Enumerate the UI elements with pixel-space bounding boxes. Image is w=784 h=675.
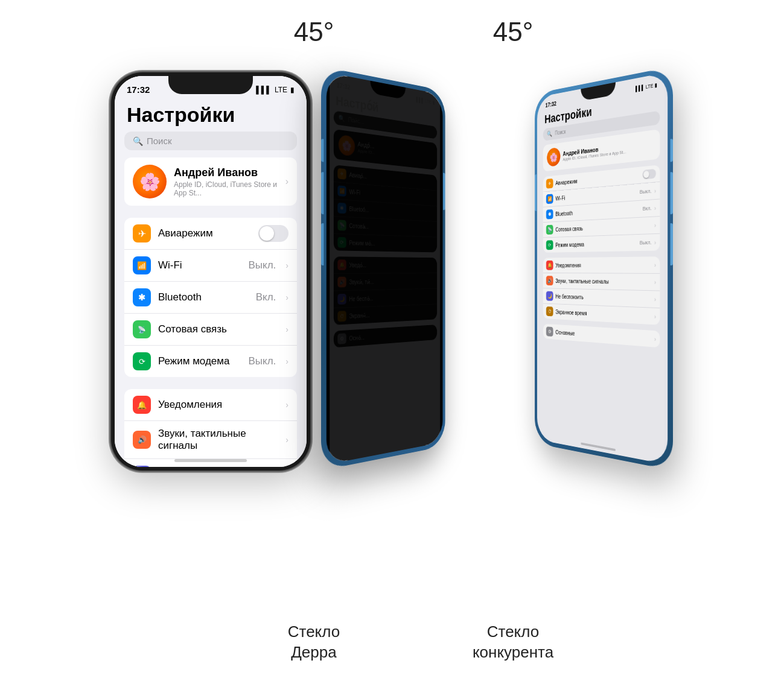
wifi-chevron-1: › xyxy=(285,261,288,270)
bluetooth-value-1: Вкл. xyxy=(256,291,276,303)
phone-right-frame: 17:32 ▌▌▌ LTE ▮ Настройки 🔍 Поиск 🌸 Андр… xyxy=(535,66,673,471)
row-notifications-1[interactable]: 🔔 Уведомления › xyxy=(124,389,297,421)
notifications-icon-1: 🔔 xyxy=(133,396,151,414)
phone-flat: 17:32 ▌▌▌LTE▮ Настройки 🔍 Поиск 🌸 Андрей xyxy=(111,72,310,471)
sounds-chevron-1: › xyxy=(285,435,288,445)
status-time-1: 17:32 xyxy=(127,84,150,95)
bluetooth-chevron-1: › xyxy=(285,293,288,302)
row-sounds-1[interactable]: 🔊 Звуки, тактильные сигналы › xyxy=(124,421,297,459)
cellular-icon-1: 📡 xyxy=(133,320,151,338)
avatar-1: 🌸 xyxy=(133,165,167,198)
settings-title-1: Настройки xyxy=(115,98,307,132)
dnd-icon-1: 🌙 xyxy=(133,466,151,467)
caption-derra: Стекло Дерра xyxy=(223,622,404,663)
profile-info-1: Андрей Иванов Apple ID, iCloud, iTunes S… xyxy=(174,166,278,197)
settings-group-network-1: ✈ Авиарежим 📶 Wi-Fi Выкл. › ✱ Blue xyxy=(124,218,297,377)
bluetooth-icon-1: ✱ xyxy=(133,288,151,306)
row-cellular-1[interactable]: 📡 Сотовая связь › xyxy=(124,314,297,346)
hotspot-chevron-1: › xyxy=(285,357,288,366)
angle-label-right: 45° xyxy=(493,17,534,46)
sounds-label-1: Звуки, тактильные сигналы xyxy=(158,428,276,452)
settings-group-notify-1: 🔔 Уведомления › 🔊 Звуки, тактильные сигн… xyxy=(124,389,297,467)
search-bar-1[interactable]: 🔍 Поиск xyxy=(124,132,297,150)
profile-chevron-1: › xyxy=(285,176,288,187)
hotspot-icon-1: ⟳ xyxy=(133,352,151,370)
caption-competitor: Стекло конкурента xyxy=(422,622,604,663)
hotspot-label-1: Режим модема xyxy=(158,355,241,367)
phone-angled-dark: 17:32 ▌▌▌ LTE ▮ Настро́й 🔍 Пои́с... 🌸 Ан… xyxy=(321,66,481,471)
angle-label-left: 45° xyxy=(294,17,334,46)
row-airplane-1[interactable]: ✈ Авиарежим xyxy=(124,218,297,250)
wifi-icon-1: 📶 xyxy=(133,256,151,274)
notifications-chevron-1: › xyxy=(285,400,288,410)
search-placeholder-1: Поиск xyxy=(147,136,172,146)
profile-cell-1[interactable]: 🌸 Андрей Иванов Apple ID, iCloud, iTunes… xyxy=(124,157,297,206)
cellular-label-1: Сотовая связь xyxy=(158,323,276,335)
sounds-icon-1: 🔊 xyxy=(133,431,151,449)
wifi-value-1: Выкл. xyxy=(248,259,276,271)
hotspot-value-1: Выкл. xyxy=(248,355,276,367)
search-icon-1: 🔍 xyxy=(133,136,143,146)
notifications-label-1: Уведомления xyxy=(158,399,276,411)
bluetooth-label-1: Bluetooth xyxy=(158,291,249,303)
airplane-icon-1: ✈ xyxy=(133,224,151,242)
airplane-label-1: Авиарежим xyxy=(158,227,251,239)
row-hotspot-1[interactable]: ⟳ Режим модема Выкл. › xyxy=(124,346,297,377)
airplane-toggle-1[interactable] xyxy=(258,225,288,242)
cellular-chevron-1: › xyxy=(285,325,288,334)
wifi-label-1: Wi-Fi xyxy=(158,259,241,271)
phone-angled-right: 17:32 ▌▌▌ LTE ▮ Настройки 🔍 Поиск 🌸 Андр… xyxy=(492,66,673,471)
phone-dark-frame: 17:32 ▌▌▌ LTE ▮ Настро́й 🔍 Пои́с... 🌸 Ан… xyxy=(321,66,445,471)
row-wifi-1[interactable]: 📶 Wi-Fi Выкл. › xyxy=(124,250,297,282)
status-icons-1: ▌▌▌LTE▮ xyxy=(256,86,295,94)
row-bluetooth-1[interactable]: ✱ Bluetooth Вкл. › xyxy=(124,282,297,314)
